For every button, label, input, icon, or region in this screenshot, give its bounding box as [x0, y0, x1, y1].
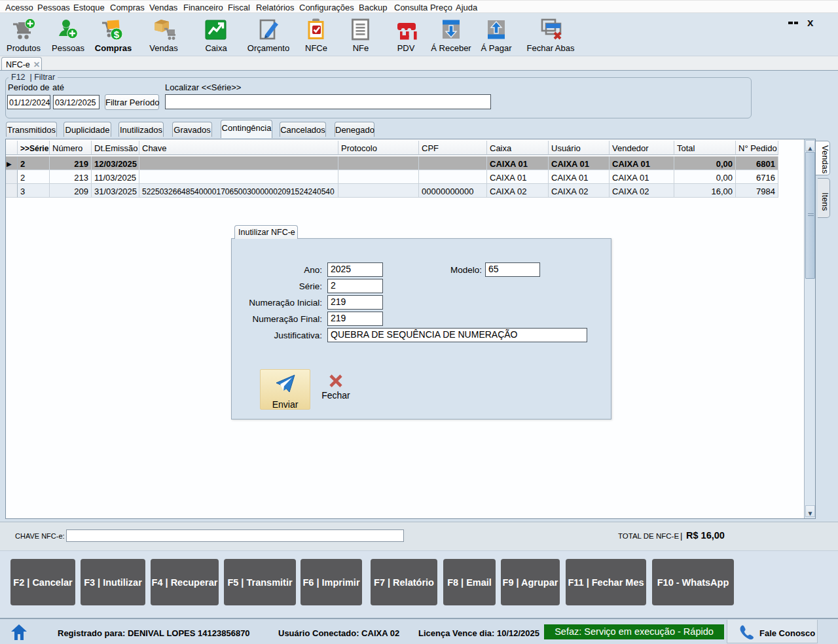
svg-text:$: $ [114, 29, 120, 40]
